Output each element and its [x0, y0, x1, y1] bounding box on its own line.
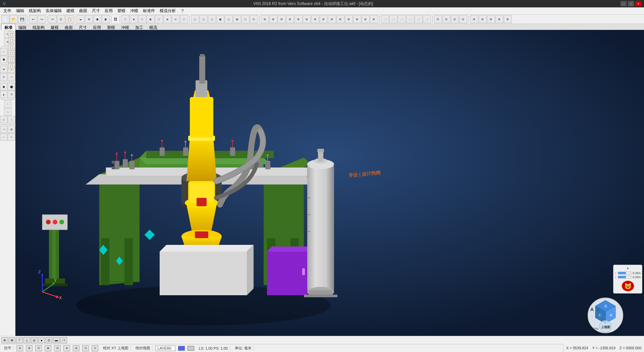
menu-model[interactable]: 建模	[64, 7, 76, 14]
left-doc3[interactable]: 📋	[8, 44, 14, 50]
layer-indicator[interactable]: LAYER0	[155, 346, 175, 351]
tb-a7[interactable]: ◻	[241, 15, 250, 23]
tb-v3[interactable]: ⬜	[398, 15, 406, 23]
menu-flow[interactable]: 模流分析	[158, 7, 178, 14]
tb-v1[interactable]: ⬜	[381, 15, 389, 23]
bt-tp[interactable]: ⊣	[60, 337, 67, 343]
menu-dimension[interactable]: 尺寸	[90, 7, 102, 14]
tb-img12[interactable]: ⊞	[353, 15, 361, 23]
left-mirror[interactable]: ⊣	[0, 126, 7, 133]
tb-v2[interactable]: ⬜	[389, 15, 397, 23]
tb-more7[interactable]: ⊙	[172, 15, 180, 23]
menu-file[interactable]: 文件	[1, 7, 13, 14]
tb-more8[interactable]: ⬡	[180, 15, 188, 23]
tb-net[interactable]: ⊞	[85, 15, 93, 23]
left-bool-add[interactable]: ∪	[0, 116, 7, 123]
bt-snap[interactable]: ⊕	[1, 337, 8, 343]
close-button[interactable]: ✕	[635, 1, 641, 6]
tb-img6[interactable]: ⊞	[303, 15, 311, 23]
left-solid-cyl[interactable]: ⬤	[8, 83, 15, 90]
navigation-cube[interactable]: 上 前 左 上视图 57% A ☾	[587, 297, 624, 334]
bt-polar[interactable]: ⊥	[23, 337, 30, 343]
sb-icon7[interactable]: ⊞	[73, 345, 79, 351]
tb-paste[interactable]: 📋	[65, 15, 73, 23]
bt-dyn[interactable]: ⊡	[46, 337, 52, 343]
tb-wp4[interactable]: ⊟	[459, 15, 467, 23]
left-poly[interactable]: ⬟	[0, 56, 7, 63]
menu-help[interactable]: ？	[178, 7, 186, 14]
tb-img7[interactable]: ⊞	[311, 15, 319, 23]
left-doc1[interactable]: 📋	[8, 31, 14, 37]
tb-wp3[interactable]: ⊟	[451, 15, 459, 23]
menu-apply[interactable]: 应用	[103, 7, 115, 14]
tb-more3[interactable]: ⬡	[138, 15, 146, 23]
left-doc5[interactable]: 📋	[8, 57, 14, 63]
tb-img8[interactable]: ⊞	[320, 15, 328, 23]
tb-a4[interactable]: ▣	[216, 15, 224, 23]
left-doc2[interactable]: 📋	[8, 38, 14, 44]
tb-cut[interactable]: ✂	[49, 15, 57, 23]
tb-img1[interactable]: ⊞	[261, 15, 269, 23]
tb-sys4[interactable]: ⊞	[495, 15, 503, 23]
left-doc4[interactable]: 📋	[8, 50, 14, 56]
tb-img5[interactable]: ⊞	[294, 15, 303, 23]
tb-cloud[interactable]: ☁	[76, 15, 85, 23]
left-rotate[interactable]: ↻	[0, 73, 7, 81]
tb-open[interactable]: 📂	[10, 15, 18, 23]
tb-a8[interactable]: ⊡	[250, 15, 258, 23]
left-line[interactable]: ∕	[0, 48, 7, 55]
bt-ortho[interactable]: ⊤	[16, 337, 23, 343]
tb-surf[interactable]: ▣	[102, 15, 110, 23]
bt-objsnap[interactable]: ◎	[31, 337, 38, 343]
tb-img11[interactable]: ⊞	[345, 15, 353, 23]
tb-more4[interactable]: ◉	[147, 15, 155, 23]
left-measure[interactable]: ⊸	[8, 73, 15, 81]
tb-wp1[interactable]: ⊟	[434, 15, 442, 23]
tb-a6[interactable]: ▤	[233, 15, 241, 23]
left-zoom[interactable]: ⊕	[0, 65, 7, 73]
tb-more5[interactable]: ⬡	[155, 15, 163, 23]
tb-sys3[interactable]: ⊞	[487, 15, 495, 23]
menu-edit[interactable]: 编辑	[14, 7, 26, 14]
left-revolve[interactable]: ↺	[8, 91, 15, 98]
left-chamfer[interactable]: ⌓	[4, 108, 11, 116]
left-bool-sub[interactable]: ∖	[8, 116, 15, 123]
left-solid-box[interactable]: ◼	[0, 83, 7, 90]
sb-icon6[interactable]: ⊕	[63, 345, 70, 351]
tb-sys2[interactable]: ⊞	[479, 15, 487, 23]
tb-new[interactable]: 📄	[1, 15, 9, 23]
menu-punch[interactable]: 冲模	[128, 7, 140, 14]
tb-more1[interactable]: ⬡	[121, 15, 129, 23]
menu-mold[interactable]: 塑模	[115, 7, 127, 14]
tb-img3[interactable]: ⊞	[278, 15, 286, 23]
left-fillet[interactable]: ⌢	[4, 100, 11, 108]
left-move[interactable]: ↔	[0, 133, 7, 141]
abs-view-label[interactable]: 绝对视图	[133, 346, 153, 351]
menu-surface[interactable]: 曲面	[77, 7, 89, 14]
color-swatch1[interactable]	[178, 346, 185, 351]
tb-solid[interactable]: ◼	[93, 15, 101, 23]
sb-icon4[interactable]: ⊠	[45, 345, 51, 351]
tb-v4[interactable]: ⬜	[406, 15, 414, 23]
tb-v6[interactable]: ⬜	[423, 15, 431, 23]
left-array[interactable]: ⊞	[8, 126, 15, 133]
tb-a2[interactable]: ▢	[200, 15, 208, 23]
tb-img2[interactable]: ⊞	[269, 15, 277, 23]
bt-otrack[interactable]: ∎	[38, 337, 45, 343]
tb-sys1[interactable]: ⊞	[470, 15, 478, 23]
color-swatch2[interactable]	[187, 346, 194, 351]
minimize-button[interactable]: ─	[621, 1, 627, 6]
tb-v5[interactable]: ⬜	[415, 15, 423, 23]
tb-copy[interactable]: ⎘	[57, 15, 65, 23]
left-doc6[interactable]: 📋	[8, 63, 14, 69]
bt-lw[interactable]: ▬	[53, 337, 60, 343]
abs-xy-label[interactable]: 绝对 XY 上视图	[101, 346, 131, 351]
left-extrude[interactable]: ▲	[0, 91, 7, 98]
tb-save[interactable]: 💾	[18, 15, 26, 23]
tb-img13[interactable]: ⊞	[362, 15, 370, 23]
tb-a3[interactable]: ▢	[208, 15, 216, 23]
viewport[interactable]: Z X Y 学业 | 设计狗网 上 前 左	[15, 30, 644, 344]
tb-img9[interactable]: ⊞	[328, 15, 336, 23]
tb-img4[interactable]: ⊞	[286, 15, 294, 23]
maximize-button[interactable]: □	[628, 1, 634, 6]
